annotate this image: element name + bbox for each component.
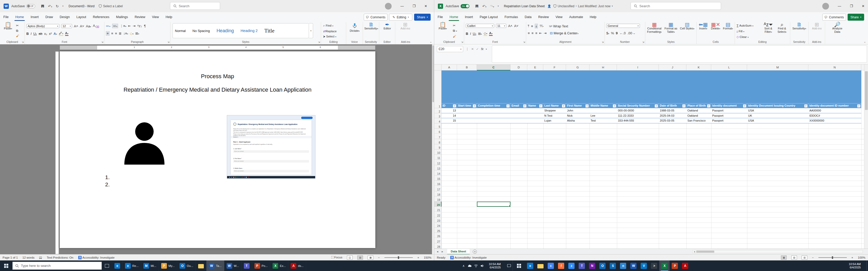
excel-horizontal-scrollbar[interactable]: ◄ [692, 250, 863, 253]
tab-review[interactable]: Review [535, 13, 552, 22]
save-icon[interactable]: 🖪 [41, 4, 44, 8]
change-case-icon[interactable]: Aa▾ [86, 24, 91, 28]
taskbar-app-excel[interactable]: X [659, 261, 670, 271]
style-normal[interactable]: Normal [175, 29, 186, 33]
horizontal-ruler[interactable]: 123456 [60, 45, 375, 50]
zoom-slider[interactable] [384, 257, 413, 258]
format-as-table-button[interactable]: ▦Format as Table▾ [663, 23, 679, 34]
shading-icon[interactable]: ◇▾ [130, 32, 133, 35]
sheet-nav-left-icon[interactable]: ◄ [436, 250, 439, 253]
filter-button-middle-name[interactable]: ▼ [613, 104, 616, 108]
align-left-icon[interactable]: ≡ [106, 31, 110, 36]
bullets-icon[interactable]: ≔▾ [106, 24, 110, 28]
table-header-start-time[interactable]: Start time▼ [457, 103, 477, 108]
tab-help[interactable]: Help [162, 13, 176, 22]
show-desktop-button[interactable] [866, 261, 868, 271]
undo-icon[interactable]: ↶▾ [48, 4, 52, 8]
taskbar-app-word[interactable]: W [628, 261, 639, 271]
select-button[interactable]: ⮞ Select ▾ [323, 35, 336, 38]
filter-button-id[interactable]: ▼ [453, 104, 456, 108]
cell-A4[interactable]: 15 [441, 118, 457, 123]
table-header-completion-time[interactable]: Completion time▼ [477, 103, 510, 108]
table-header-email[interactable]: Email▼ [510, 103, 527, 108]
onedrive-icon[interactable] [467, 264, 471, 267]
column-header-I[interactable]: I [617, 65, 659, 70]
find-button[interactable]: ⌕ Find ▾ [323, 24, 333, 27]
filter-button-date-of-birth[interactable]: ▼ [682, 104, 686, 108]
person-silhouette-image[interactable] [117, 117, 172, 171]
formula-expand-icon[interactable]: ▾ [486, 48, 487, 50]
sheet-nav-right-icon[interactable]: ► [441, 250, 443, 253]
zoom-out-icon[interactable]: − [812, 256, 814, 259]
taskbar-app-excel[interactable]: XEx... [270, 261, 288, 271]
task-view-button[interactable] [102, 261, 112, 271]
cancel-entry-icon[interactable]: ✕ [471, 47, 474, 51]
notification-center-button[interactable] [505, 261, 513, 271]
tab-file[interactable]: File [0, 13, 12, 22]
italic-icon[interactable]: I [470, 32, 471, 36]
taskbar-app-edge[interactable]: e [525, 261, 535, 271]
cut-icon[interactable]: ✂ [453, 24, 456, 27]
font-dialog-launcher[interactable]: ⇲ [101, 41, 103, 43]
font-color-icon[interactable]: A▾ [489, 31, 492, 36]
cell-F2[interactable]: Shoppee [543, 108, 566, 113]
start-button-2[interactable] [513, 261, 525, 271]
addins-button[interactable]: ⊞Add-ins [398, 23, 413, 30]
superscript-icon[interactable]: x² [49, 32, 52, 36]
print-layout-icon[interactable]: ▤ [357, 256, 363, 260]
tab-design[interactable]: Design [56, 13, 73, 22]
classification-label[interactable]: Unclassified • Last Modified: Just now ▾ [553, 4, 613, 8]
focus-button[interactable]: ⛶ Focus [332, 256, 343, 259]
style-no-spacing[interactable]: No Spacing [192, 29, 210, 33]
text-predictions[interactable]: Text Predictions: On [47, 256, 73, 259]
font-size-combo[interactable]: 12▾ [61, 24, 72, 28]
comma-icon[interactable]: 9 [616, 31, 618, 35]
editor-button[interactable]: ✒Editor [380, 23, 395, 30]
table-header-place-of-birth[interactable]: Place of Birth▼ [686, 103, 711, 108]
style-heading-2[interactable]: Heading 2 [241, 29, 257, 33]
increase-decimal-icon[interactable]: ←.0 [619, 31, 626, 35]
cell-F4[interactable]: Lujan [543, 118, 566, 123]
style-title[interactable]: Title [264, 28, 274, 34]
justify-icon[interactable]: ≣ [119, 32, 122, 35]
cell-I4[interactable]: 333-444-555 [617, 118, 659, 123]
align-right-icon[interactable]: ≡ [115, 32, 117, 35]
redo-icon[interactable]: ↻ [56, 4, 59, 8]
filter-button-name[interactable]: ▼ [539, 104, 542, 108]
save-icon[interactable]: 🖪 [475, 4, 479, 8]
paragraph-dialog-launcher[interactable]: ⇲ [167, 41, 169, 43]
tab-insert[interactable]: Insert [462, 13, 476, 22]
column-header-D[interactable]: D [510, 65, 527, 70]
account-avatar[interactable] [822, 3, 829, 9]
cell-L2[interactable]: Passport [711, 108, 747, 113]
subscript-icon[interactable]: x₂ [44, 32, 47, 36]
cell-K3[interactable]: Oakland [686, 113, 711, 118]
filter-button-identity-document[interactable]: ▼ [743, 104, 746, 108]
restore-button[interactable]: ❐ [850, 4, 853, 8]
column-header-M[interactable]: M [747, 65, 808, 70]
paste-button[interactable]: 📋Paste▾ [435, 23, 450, 30]
taskbar-app-onenote[interactable]: N [587, 261, 597, 271]
taskbar-app-edge[interactable]: e [112, 261, 123, 271]
cell-I3[interactable]: 111-22-3333 [617, 113, 659, 118]
taskbar-clock-2[interactable]: 10:54 AM 6/4/2025 [847, 263, 863, 269]
grow-font-icon[interactable]: A˄ [508, 24, 512, 28]
undo-icon[interactable]: ↶▾ [482, 4, 487, 8]
numbering-icon[interactable]: ≕▾ [112, 24, 118, 28]
replace-button[interactable]: ⇄ [323, 30, 326, 33]
format-cells-button[interactable]: ▤Format▾ [722, 23, 734, 30]
cell-M4[interactable]: USA [747, 118, 808, 123]
sheet-tab-data-sheet[interactable]: Data Sheet [447, 249, 470, 255]
clipboard-dialog-launcher[interactable]: ⇲ [22, 41, 24, 43]
selected-cell-C20[interactable] [477, 202, 510, 207]
taskbar-app-word-doc[interactable]: WTa... [207, 261, 224, 271]
filter-button-social-security-number[interactable]: ▼ [655, 104, 658, 108]
cell-K4[interactable]: San Francisco [686, 118, 711, 123]
tab-help[interactable]: Help [586, 13, 600, 22]
sort-icon[interactable]: ᴬz↓ [137, 24, 142, 28]
table-header-identity-document-issuing-country[interactable]: Identity Document Issuing Country▼ [747, 103, 808, 108]
filter-button-identity-document-issuing-country[interactable]: ▼ [804, 104, 808, 108]
cell-G4[interactable]: Alisha [566, 118, 590, 123]
autosave-switch-on[interactable]: On [461, 4, 469, 8]
column-header-J[interactable]: J [659, 65, 686, 70]
